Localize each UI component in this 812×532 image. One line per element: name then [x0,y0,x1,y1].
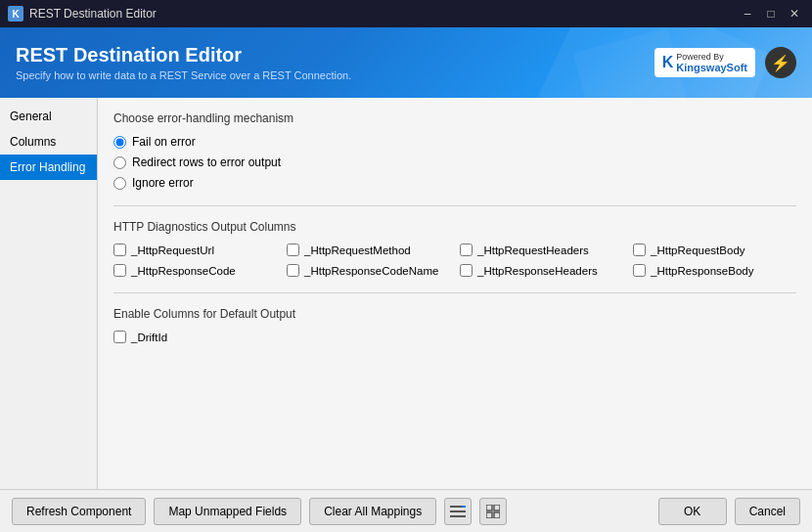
checkbox-httpresponseheaders[interactable]: _HttpResponseHeaders [460,264,623,277]
checkbox-httpresponsecodename-input[interactable] [287,264,299,277]
diagnostics-section: HTTP Diagnostics Output Columns _HttpReq… [113,220,796,277]
svg-rect-3 [462,506,466,508]
header-title: REST Destination Editor [16,44,351,66]
sidebar-item-error-handling[interactable]: Error Handling [0,155,97,180]
maximize-button[interactable]: □ [761,5,781,22]
svg-rect-7 [494,512,500,518]
footer: Refresh Component Map Unmapped Fields Cl… [0,489,812,532]
checkbox-httpresponseheaders-label: _HttpResponseHeaders [477,265,598,277]
checkbox-httpresponsecodename-label: _HttpResponseCodeName [304,265,438,277]
icon-button-1[interactable] [444,498,472,525]
header-right: K Powered By KingswaySoft ⚡ [654,47,796,78]
app-icon: K [8,6,23,22]
svg-rect-4 [486,505,492,510]
checkbox-httprequesturl-label: _HttpRequestUrl [131,244,214,256]
checkbox-httprequestmethod-input[interactable] [287,244,299,256]
radio-ignore-error[interactable]: Ignore error [113,176,796,190]
checkbox-httprequestheaders-input[interactable] [460,244,473,256]
diagnostics-title: HTTP Diagnostics Output Columns [113,220,796,234]
brand-k: K [662,54,674,71]
footer-right: OK Cancel [658,498,800,525]
checkbox-httprequestbody-label: _HttpRequestBody [651,244,745,256]
checkbox-httprequestheaders[interactable]: _HttpRequestHeaders [460,244,623,256]
header-subtitle: Specify how to write data to a REST Serv… [16,69,351,81]
checkbox-driftid[interactable]: _DriftId [113,331,796,343]
diagnostics-checkbox-grid: _HttpRequestUrl _HttpRequestMethod _Http… [113,244,796,277]
checkbox-httprequestbody-input[interactable] [633,244,646,256]
sidebar: General Columns Error Handling [0,98,98,489]
window-controls: – □ ✕ [738,5,804,22]
error-radio-group: Fail on error Redirect rows to error out… [113,135,796,190]
icon-button-2[interactable] [479,498,507,525]
refresh-component-button[interactable]: Refresh Component [12,498,146,525]
sidebar-item-columns[interactable]: Columns [0,129,97,155]
checkbox-httpresponsebody[interactable]: _HttpResponseBody [633,264,796,277]
brand-name: KingswaySoft [676,62,747,73]
error-mechanism-title: Choose error-handling mechanism [113,111,796,125]
minimize-button[interactable]: – [738,5,757,22]
checkbox-driftid-label: _DriftId [131,332,167,343]
svg-rect-2 [450,515,466,517]
radio-fail-on-error[interactable]: Fail on error [113,135,796,149]
radio-ignore-error-input[interactable] [113,177,126,190]
sidebar-item-general[interactable]: General [0,104,97,129]
checkbox-httprequestbody[interactable]: _HttpRequestBody [633,244,796,256]
clear-all-mappings-button[interactable]: Clear All Mappings [309,498,436,525]
checkbox-driftid-input[interactable] [113,331,126,343]
lightning-button[interactable]: ⚡ [765,47,796,78]
header: REST Destination Editor Specify how to w… [0,27,812,98]
svg-rect-5 [494,505,500,510]
divider-2 [113,292,796,293]
radio-redirect-rows-input[interactable] [113,156,126,169]
checkbox-httpresponseheaders-input[interactable] [460,264,473,277]
radio-fail-on-error-label: Fail on error [132,135,196,149]
svg-rect-6 [486,512,492,518]
brand-text-block: Powered By KingswaySoft [676,52,747,74]
window-title: REST Destination Editor [29,7,157,21]
checkbox-httpresponsebody-label: _HttpResponseBody [651,265,753,277]
checkbox-httprequestmethod-label: _HttpRequestMethod [304,244,411,256]
checkbox-httprequesturl[interactable]: _HttpRequestUrl [113,244,277,256]
checkbox-httpresponsecodename[interactable]: _HttpResponseCodeName [287,264,450,277]
radio-ignore-error-label: Ignore error [132,176,194,190]
checkbox-httpresponsecode-label: _HttpResponseCode [131,265,236,277]
default-output-section: Enable Columns for Default Output _Drift… [113,307,796,343]
radio-fail-on-error-input[interactable] [113,136,126,149]
checkbox-httpresponsecode[interactable]: _HttpResponseCode [113,264,277,277]
checkbox-httpresponsecode-input[interactable] [113,264,126,277]
radio-redirect-rows-label: Redirect rows to error output [132,155,281,169]
checkbox-httprequesturl-input[interactable] [113,244,126,256]
svg-rect-1 [450,510,466,512]
divider-1 [113,205,796,206]
default-output-title: Enable Columns for Default Output [113,307,796,321]
ok-button[interactable]: OK [658,498,727,525]
close-button[interactable]: ✕ [785,5,804,22]
content-area: Choose error-handling mechanism Fail on … [98,98,812,489]
cancel-button[interactable]: Cancel [735,498,800,525]
checkbox-httpresponsebody-input[interactable] [633,264,646,277]
footer-left: Refresh Component Map Unmapped Fields Cl… [12,498,507,525]
title-bar: K REST Destination Editor – □ ✕ [0,0,812,27]
brand-logo: K Powered By KingswaySoft [654,48,755,78]
powered-by-text: Powered By [676,52,747,63]
header-text: REST Destination Editor Specify how to w… [16,44,351,81]
checkbox-httprequestheaders-label: _HttpRequestHeaders [477,244,589,256]
main-content: General Columns Error Handling Choose er… [0,98,812,489]
radio-redirect-rows[interactable]: Redirect rows to error output [113,155,796,169]
checkbox-httprequestmethod[interactable]: _HttpRequestMethod [287,244,450,256]
map-unmapped-fields-button[interactable]: Map Unmapped Fields [154,498,301,525]
